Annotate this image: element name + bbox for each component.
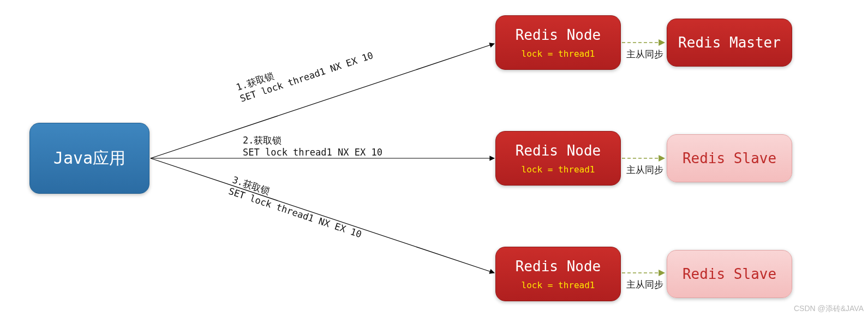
sync-label-2: 主从同步 bbox=[626, 164, 663, 176]
redis-node-2-title: Redis Node bbox=[516, 142, 601, 159]
redis-slave-1-label: Redis Slave bbox=[683, 150, 776, 166]
watermark: CSDN @添砖&JAVA bbox=[794, 304, 864, 314]
sync-label-3: 主从同步 bbox=[626, 278, 663, 291]
redis-node-1: Redis Node lock = thread1 bbox=[495, 15, 621, 70]
redis-node-3-lock: lock = thread1 bbox=[522, 280, 595, 290]
arrow2-line1: 2.获取锁 bbox=[243, 134, 382, 146]
redis-master-label: Redis Master bbox=[678, 34, 781, 51]
redis-master-node: Redis Master bbox=[667, 19, 792, 67]
redis-node-2: Redis Node lock = thread1 bbox=[495, 131, 621, 186]
redis-slave-2-label: Redis Slave bbox=[683, 266, 776, 282]
arrow1-labels: 1.获取锁 SET lock thread1 NX EX 10 bbox=[235, 38, 375, 105]
redis-node-1-title: Redis Node bbox=[516, 27, 601, 43]
arrow2-labels: 2.获取锁 SET lock thread1 NX EX 10 bbox=[243, 134, 382, 158]
redis-slave-2-node: Redis Slave bbox=[667, 250, 792, 298]
redis-node-3: Redis Node lock = thread1 bbox=[495, 247, 621, 301]
java-app-label: Java应用 bbox=[53, 147, 125, 170]
redis-node-1-lock: lock = thread1 bbox=[522, 49, 595, 59]
sync-label-1: 主从同步 bbox=[626, 48, 663, 61]
redis-slave-1-node: Redis Slave bbox=[667, 134, 792, 182]
redis-node-3-title: Redis Node bbox=[516, 258, 601, 275]
java-app-node: Java应用 bbox=[29, 123, 149, 194]
arrow2-line2: SET lock thread1 NX EX 10 bbox=[243, 146, 382, 158]
redis-node-2-lock: lock = thread1 bbox=[522, 164, 595, 175]
arrow3-labels: 3.获取锁 SET lock thread1 NX EX 10 bbox=[227, 174, 367, 241]
